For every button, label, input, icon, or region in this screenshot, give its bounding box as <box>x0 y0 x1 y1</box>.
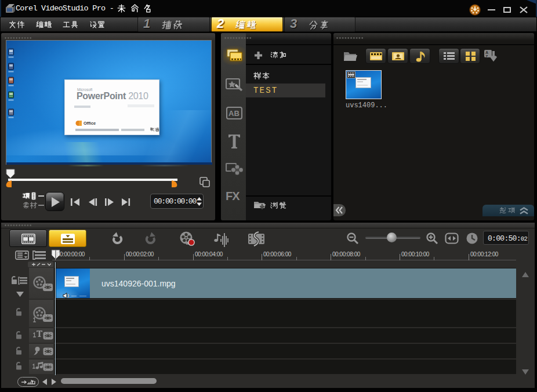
svg-text:Z: Z <box>485 55 488 59</box>
svg-text:AB: AB <box>228 109 240 118</box>
